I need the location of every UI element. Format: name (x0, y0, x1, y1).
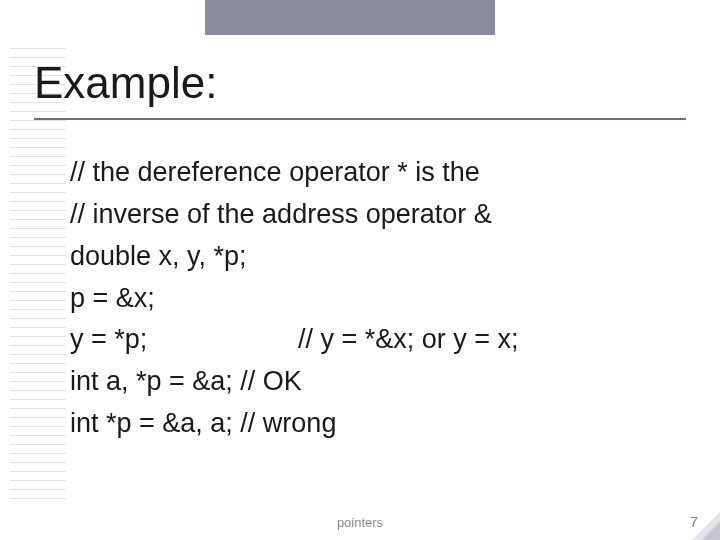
title-underline (34, 118, 686, 120)
code-body: // the dereference operator * is the // … (70, 152, 670, 445)
code-line: double x, y, *p; (70, 236, 670, 278)
page-curl-icon (692, 512, 720, 540)
notebook-margin-lines (10, 40, 66, 500)
code-line: int *p = &a, a; // wrong (70, 403, 670, 445)
header-accent-box (205, 0, 495, 35)
code-comment: // y = *&x; or y = x; (298, 319, 519, 361)
footer-topic: pointers (0, 515, 720, 530)
code-line: int a, *p = &a; // OK (70, 361, 670, 403)
code-line: p = &x; (70, 278, 670, 320)
slide-title: Example: (34, 58, 217, 108)
code-line: // the dereference operator * is the (70, 152, 670, 194)
code-line: // inverse of the address operator & (70, 194, 670, 236)
code-text: y = *p; (70, 319, 298, 361)
code-line: y = *p; // y = *&x; or y = x; (70, 319, 670, 361)
slide: Example: // the dereference operator * i… (0, 0, 720, 540)
